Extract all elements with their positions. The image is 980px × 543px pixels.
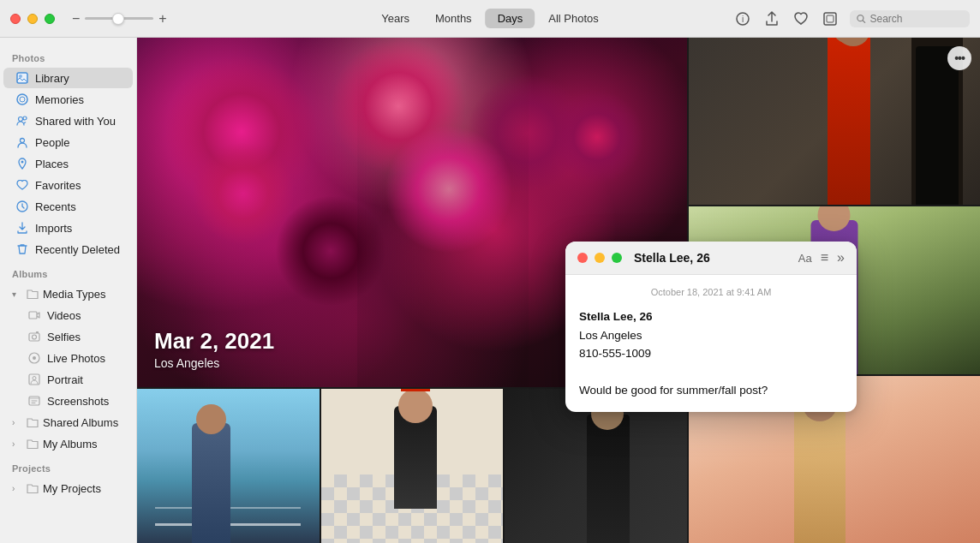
title-bar: − + Years Months Days All Photos i [0,0,980,38]
sidebar-item-recents-label: Recents [35,200,76,213]
sidebar-item-videos[interactable]: Videos [3,305,133,325]
note-popup: Stella Lee, 26 Aa ≡ » October 18, 2021 a… [565,242,857,412]
sidebar-item-recently-deleted-label: Recently Deleted [35,243,120,256]
note-title: Stella Lee, 26 [634,251,792,265]
svg-point-7 [19,75,22,78]
note-location: Los Angeles [579,329,642,342]
sidebar-item-places-label: Places [35,158,69,170]
close-button[interactable] [10,14,21,24]
sidebar-item-imports-label: Imports [35,222,72,235]
note-maximize-button[interactable] [612,253,622,263]
sidebar-group-my-albums[interactable]: › My Albums [3,433,133,454]
svg-point-22 [33,377,36,380]
svg-rect-18 [36,331,39,333]
traffic-lights [10,14,55,24]
zoom-slider[interactable] [85,17,153,20]
sidebar-item-portrait-label: Portrait [47,373,83,386]
note-expand-icon[interactable]: » [837,250,845,266]
sidebar-group-my-projects[interactable]: › My Projects [3,478,133,498]
minimize-button[interactable] [27,14,38,24]
svg-rect-6 [17,73,27,83]
sidebar-item-live-photos[interactable]: Live Photos [3,348,133,368]
note-timestamp: October 18, 2021 at 9:41 AM [579,287,843,297]
portrait-icon [27,373,41,386]
sidebar-item-favorites[interactable]: Favorites [3,175,133,195]
main-photo-caption: Mar 2, 2021 Los Angeles [154,328,274,370]
sidebar-item-selfies[interactable]: Selfies [3,326,133,347]
bottom-photo-1[interactable] [137,389,320,543]
tab-years[interactable]: Years [369,9,421,28]
info-icon[interactable]: i [733,9,752,28]
albums-section-label: Albums [0,260,136,283]
note-content[interactable]: Stella Lee, 26 Los Angeles 810-555-1009 … [579,307,843,400]
search-input[interactable] [870,13,964,25]
more-options-button[interactable]: ••• [947,46,971,70]
my-albums-folder-icon [26,437,39,451]
side-photo-1[interactable]: ••• [689,38,980,205]
svg-rect-2 [824,13,836,25]
search-icon [857,14,866,24]
sidebar-item-portrait[interactable]: Portrait [3,369,133,390]
svg-rect-16 [29,333,39,341]
note-font-icon[interactable]: Aa [798,252,812,265]
note-body: October 18, 2021 at 9:41 AM Stella Lee, … [565,275,857,412]
tab-all-photos[interactable]: All Photos [536,9,611,28]
sidebar-item-screenshots-label: Screenshots [47,395,109,408]
sidebar-item-imports[interactable]: Imports [3,218,133,238]
zoom-plus-button[interactable]: + [158,12,166,26]
sidebar-item-favorites-label: Favorites [35,179,81,192]
sidebar-item-people[interactable]: People [3,132,133,152]
recents-icon [15,200,29,213]
svg-point-17 [33,335,37,339]
sidebar-group-my-albums-label: My Albums [43,438,98,451]
bottom-photo-3[interactable] [505,389,687,543]
sidebar-group-media-types[interactable]: ▾ Media Types [3,283,133,304]
zoom-slider-thumb[interactable] [112,13,124,25]
note-body-text: Would be good for summer/fall post? [579,384,768,397]
svg-point-8 [17,94,27,104]
shared-albums-folder-icon [26,415,39,429]
chevron-right-icon-3: › [12,484,22,493]
photo-area: Mar 2, 2021 Los Angeles ••• [137,38,980,543]
sidebar-item-places[interactable]: Places [3,153,133,174]
heart-icon[interactable] [792,9,810,28]
people-icon [15,135,29,149]
svg-point-12 [21,139,25,143]
frame-icon[interactable] [821,9,840,28]
note-toolbar: Aa ≡ » [798,250,845,266]
sidebar-item-library[interactable]: Library [3,68,133,88]
zoom-minus-button[interactable]: − [72,12,80,26]
sidebar-item-recents[interactable]: Recents [3,196,133,217]
search-box[interactable] [850,10,970,27]
selfies-icon [27,330,41,343]
sidebar-item-screenshots[interactable]: Screenshots [3,391,133,411]
title-bar-actions: i [733,9,970,28]
sidebar-item-memories[interactable]: Memories [3,89,133,110]
main-content: Photos Library Memories [0,38,980,543]
note-list-icon[interactable]: ≡ [821,250,828,266]
sidebar-item-shared-with-you[interactable]: Shared with You [3,110,133,131]
note-minimize-button[interactable] [595,253,605,263]
sidebar-item-selfies-label: Selfies [47,331,81,343]
svg-point-9 [20,97,25,102]
shared-with-you-icon [15,114,29,128]
sidebar-group-media-types-label: Media Types [43,288,105,301]
tab-months[interactable]: Months [423,9,484,28]
bottom-photo-2[interactable] [321,389,504,543]
share-icon[interactable] [762,9,781,28]
svg-line-5 [863,20,865,22]
svg-point-13 [21,161,24,164]
svg-point-10 [19,117,23,122]
sidebar: Photos Library Memories [0,38,137,543]
tab-days[interactable]: Days [486,9,535,28]
sidebar-item-recently-deleted[interactable]: Recently Deleted [3,239,133,260]
live-photos-icon [27,351,41,365]
folder-icon [26,287,39,301]
sidebar-group-shared-albums[interactable]: › Shared Albums [3,412,133,433]
note-close-button[interactable] [577,253,588,263]
places-icon [15,157,29,170]
photo-location: Los Angeles [154,356,274,370]
imports-icon [15,221,29,235]
projects-section-label: Projects [0,455,136,477]
maximize-button[interactable] [45,14,55,24]
